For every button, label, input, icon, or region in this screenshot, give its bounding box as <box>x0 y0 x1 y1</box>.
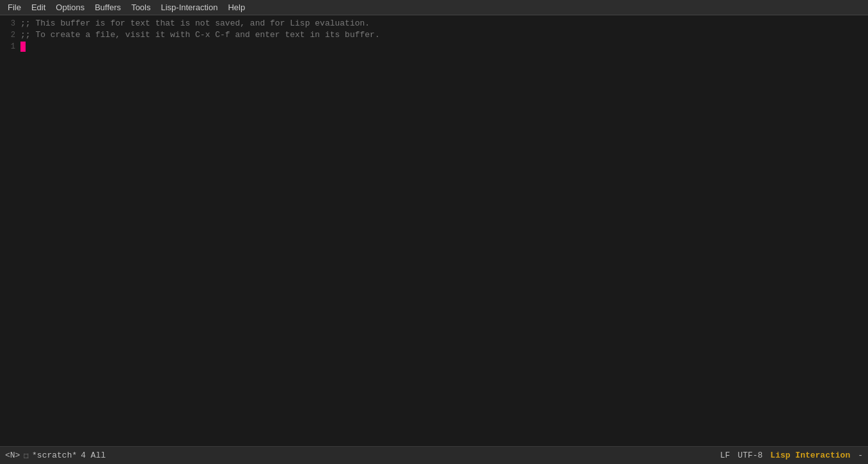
status-line-ending: LF <box>720 451 730 460</box>
editor-line-2: 2 ;; To create a file, visit it with C-x… <box>5 29 863 41</box>
editor-area[interactable]: 3 ;; This buffer is for text that is not… <box>0 15 868 446</box>
status-end-marker: - <box>858 451 863 460</box>
status-buffer-indicator: <N> <box>5 451 20 460</box>
status-buffer-name[interactable]: *scratch* <box>32 451 77 460</box>
menu-help[interactable]: Help <box>223 1 250 13</box>
status-right: LF UTF-8 Lisp Interaction - <box>720 451 863 460</box>
statusbar: <N> ⬚ *scratch* 4 All LF UTF-8 Lisp Inte… <box>0 446 868 464</box>
line-content-1: ;; This buffer is for text that is not s… <box>20 18 370 29</box>
menu-lisp-interaction[interactable]: Lisp-Interaction <box>155 1 223 13</box>
status-left: <N> ⬚ *scratch* 4 All <box>5 451 106 460</box>
menu-buffers[interactable]: Buffers <box>90 1 126 13</box>
menu-edit[interactable]: Edit <box>26 1 51 13</box>
menu-file[interactable]: File <box>3 1 26 13</box>
editor-line-3: 1 <box>5 41 863 52</box>
line-content-2: ;; To create a file, visit it with C-x C… <box>20 29 380 41</box>
status-buffer-icon: ⬚ <box>24 451 28 460</box>
line-content-3 <box>20 41 26 52</box>
menu-options[interactable]: Options <box>51 1 90 13</box>
status-mode[interactable]: Lisp Interaction <box>770 451 850 460</box>
status-position: 4 All <box>81 451 106 460</box>
status-encoding: UTF-8 <box>738 451 762 460</box>
text-cursor <box>20 42 26 52</box>
line-number-1: 3 <box>5 18 15 29</box>
menubar: File Edit Options Buffers Tools Lisp-Int… <box>0 0 868 15</box>
menu-tools[interactable]: Tools <box>126 1 155 13</box>
line-number-2: 2 <box>5 29 15 41</box>
editor-line-1: 3 ;; This buffer is for text that is not… <box>5 18 863 29</box>
line-number-3: 1 <box>5 41 15 52</box>
